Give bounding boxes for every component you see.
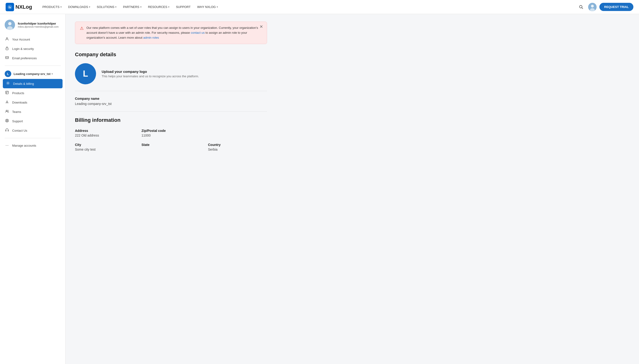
contact-us-link[interactable]: contact us — [191, 31, 204, 34]
sidebar-item-label: Support — [12, 120, 23, 123]
nav-actions: REQUEST TRIAL — [577, 3, 634, 11]
sidebar-item-support[interactable]: Support — [0, 116, 65, 126]
svg-point-8 — [8, 22, 12, 25]
gear-icon — [6, 81, 10, 86]
upload-desc: This helps your teammates and us to reco… — [102, 74, 199, 78]
alert-text: Our new platform comes with a set of use… — [86, 26, 262, 40]
page-layout: fconforhilper lconforhilper milos.djonov… — [0, 14, 639, 364]
company-name-label: Company name — [75, 97, 267, 100]
alert-close-button[interactable]: ✕ — [260, 24, 263, 29]
sidebar-item-label: Downloads — [12, 101, 27, 104]
sidebar-item-label: Email preferences — [12, 56, 37, 60]
billing-state: State — [142, 143, 200, 151]
sidebar-item-label: Contact Us — [12, 129, 27, 132]
sidebar-item-label: Teams — [12, 110, 21, 114]
svg-rect-11 — [6, 48, 8, 50]
billing-section: Billing information Address 222 Old addr… — [75, 117, 267, 151]
sidebar-item-products[interactable]: Products — [0, 88, 65, 98]
main-content: ⚠ Our new platform comes with a set of u… — [66, 14, 276, 364]
svg-rect-14 — [6, 91, 8, 94]
company-name-value: Leading company-srv_tst — [75, 102, 267, 106]
sidebar-user-section: fconforhilper lconforhilper milos.djonov… — [0, 20, 65, 35]
avatar-image — [588, 3, 596, 11]
billing-city: City Some city test — [75, 143, 134, 151]
sidebar-item-label: Login & security — [12, 47, 34, 50]
sidebar-item-downloads[interactable]: Downloads — [0, 98, 65, 107]
upload-title: Upload your company logo — [102, 70, 199, 74]
country-value: Serbia — [208, 148, 267, 151]
svg-rect-12 — [6, 57, 9, 59]
billing-country: Country Serbia — [208, 143, 267, 151]
svg-rect-18 — [6, 130, 6, 131]
sidebar-item-details-billing[interactable]: Details & billing — [3, 79, 62, 88]
divider — [5, 66, 61, 66]
sidebar-item-label: Details & billing — [13, 82, 34, 86]
nav-resources[interactable]: RESOURCES ▾ — [145, 3, 172, 10]
sidebar-item-contact-us[interactable]: Contact Us — [0, 126, 65, 135]
headset-icon — [5, 128, 9, 133]
search-icon — [579, 5, 584, 9]
upload-info: Upload your company logo This helps your… — [102, 70, 199, 78]
admin-roles-link[interactable]: admin roles — [143, 36, 159, 39]
navbar: fx NXLog PRODUCTS ▾ DOWNLOADS ▾ SOLUTION… — [0, 0, 639, 14]
billing-title: Billing information — [75, 117, 267, 123]
billing-grid: Address 222 Old address Zip/Postal code … — [75, 129, 267, 151]
manage-accounts-label: Manage accounts — [12, 144, 36, 147]
chevron-down-icon: ▾ — [60, 6, 62, 8]
svg-point-10 — [6, 38, 8, 39]
nav-downloads[interactable]: DOWNLOADS ▾ — [65, 3, 93, 10]
company-name-field: Company name Leading company-srv_tst — [75, 97, 267, 112]
sidebar-item-your-account[interactable]: Your Account — [0, 35, 65, 44]
nav-why-nxlog[interactable]: WHY NXLOG ▾ — [194, 3, 221, 10]
user-email: milos.djonovic+tstmilos@gmail.com — [18, 25, 61, 28]
zip-label: Zip/Postal code — [142, 129, 200, 132]
support-icon — [5, 119, 9, 124]
billing-address: Address 222 Old address — [75, 129, 134, 137]
user-avatar-button[interactable] — [588, 3, 596, 11]
teams-icon — [5, 110, 9, 114]
nav-products[interactable]: PRODUCTS ▾ — [40, 3, 64, 10]
sidebar-item-email-preferences[interactable]: Email preferences — [0, 54, 65, 63]
org-header: L Leading company-srv_tst ▾ — [0, 69, 65, 79]
address-label: Address — [75, 129, 134, 132]
company-avatar: L — [75, 63, 96, 84]
box-icon — [5, 91, 9, 95]
request-trial-button[interactable]: REQUEST TRIAL — [600, 3, 634, 11]
avatar — [5, 20, 15, 30]
nav-partners[interactable]: PARTNERS ▾ — [120, 3, 144, 10]
org-name-dropdown[interactable]: Leading company-srv_tst ▾ — [14, 72, 53, 76]
zip-value: 11000 — [142, 134, 200, 137]
download-icon — [5, 100, 9, 105]
mail-icon — [5, 56, 9, 60]
chevron-down-icon: ▾ — [52, 72, 53, 75]
dots-icon: ··· — [5, 143, 9, 148]
svg-point-5 — [591, 5, 594, 8]
divider — [5, 138, 61, 138]
country-label: Country — [208, 143, 267, 147]
svg-text:fx: fx — [9, 6, 11, 9]
sidebar-item-label: Products — [12, 91, 24, 95]
lock-icon — [5, 46, 9, 51]
city-value: Some city test — [75, 148, 134, 151]
nav-solutions[interactable]: SOLUTIONS ▾ — [94, 3, 119, 10]
sidebar-item-teams[interactable]: Teams — [0, 107, 65, 116]
sidebar-item-login-security[interactable]: Login & security — [0, 44, 65, 54]
company-details-title: Company details — [75, 52, 267, 58]
svg-point-13 — [8, 83, 9, 84]
chevron-down-icon: ▾ — [217, 6, 218, 8]
address-value: 222 Old address — [75, 134, 134, 137]
person-icon — [5, 37, 9, 42]
svg-point-15 — [6, 110, 7, 111]
sidebar-item-manage-accounts[interactable]: ··· Manage accounts — [0, 141, 65, 150]
logo[interactable]: fx NXLog — [6, 3, 32, 11]
billing-zip: Zip/Postal code 11000 — [142, 129, 200, 137]
nav-support[interactable]: SUPPORT — [173, 3, 194, 10]
search-button[interactable] — [577, 3, 585, 11]
username: fconforhilper lconforhilper — [18, 22, 61, 25]
org-avatar: L — [5, 70, 11, 77]
chevron-down-icon: ▾ — [115, 6, 116, 8]
nav-links: PRODUCTS ▾ DOWNLOADS ▾ SOLUTIONS ▾ PARTN… — [40, 3, 577, 10]
alert-banner: ⚠ Our new platform comes with a set of u… — [75, 22, 267, 44]
logo-text: NXLog — [16, 4, 32, 10]
user-info: fconforhilper lconforhilper milos.djonov… — [18, 22, 61, 28]
